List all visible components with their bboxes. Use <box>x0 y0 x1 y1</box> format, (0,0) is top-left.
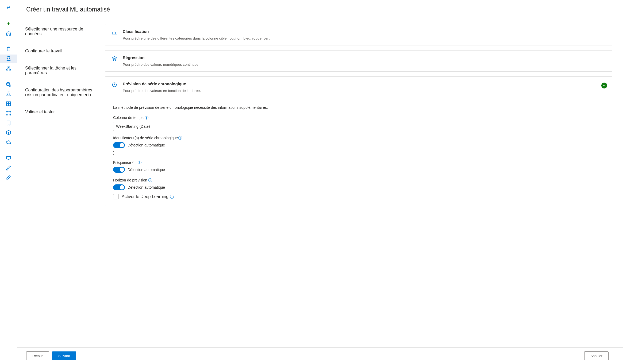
left-nav-rail: ↩ ＋ <box>0 0 17 364</box>
info-icon[interactable]: i <box>138 161 141 164</box>
home-icon[interactable] <box>0 29 17 37</box>
beaker-icon[interactable] <box>0 90 17 98</box>
regression-desc: Pour prédire des valeurs numériques cont… <box>123 63 606 67</box>
components-icon[interactable] <box>0 99 17 108</box>
toggle-label: Détection automatique <box>128 185 165 189</box>
horizon-autodetect-toggle[interactable] <box>113 184 125 190</box>
layers-icon <box>111 55 117 61</box>
selected-check-icon <box>601 83 607 88</box>
info-icon[interactable]: i <box>148 178 152 182</box>
task-card-regression[interactable]: Régression Pour prédire des valeurs numé… <box>105 50 612 72</box>
back-icon[interactable]: ↩ <box>0 3 17 12</box>
svg-rect-7 <box>9 102 10 104</box>
svg-rect-1 <box>8 66 9 67</box>
series-id-label: Identificateur(s) de série chronologique <box>113 136 178 140</box>
info-icon[interactable]: i <box>170 195 174 199</box>
cancel-button[interactable]: Annuler <box>584 351 609 360</box>
back-button[interactable]: Retour <box>26 351 49 360</box>
paintbrush-icon[interactable] <box>0 164 17 172</box>
chevron-down-icon: ⌄ <box>179 125 181 128</box>
svg-point-11 <box>10 111 10 112</box>
wizard-step-hyperparams: Configuration des hyperparamètres (Visio… <box>25 88 94 97</box>
svg-point-12 <box>6 114 7 115</box>
svg-rect-8 <box>6 104 8 106</box>
classification-title: Classification <box>123 29 606 34</box>
horizon-label: Horizon de prévision <box>113 178 147 182</box>
svg-rect-14 <box>7 121 10 125</box>
cube-icon[interactable] <box>0 128 17 137</box>
toggle-label: Détection automatique <box>128 143 165 147</box>
cloud-icon[interactable] <box>0 138 17 146</box>
svg-rect-0 <box>7 47 10 51</box>
next-button[interactable]: Suivant <box>52 351 76 360</box>
forecast-helper-text: La méthode de prévision de série chronol… <box>113 105 604 110</box>
sitemap-icon[interactable] <box>0 64 17 73</box>
svg-rect-6 <box>6 102 8 104</box>
wizard-step-select-data[interactable]: Sélectionner une ressource de données <box>25 27 94 36</box>
toggle-label: Détection automatique <box>128 168 165 172</box>
wizard-footer: Retour Suivant Annuler <box>17 347 623 364</box>
page-title: Créer un travail ML automatisé <box>26 6 614 13</box>
bar-chart-icon <box>111 29 117 35</box>
svg-rect-15 <box>6 156 10 159</box>
svg-point-13 <box>10 114 10 115</box>
task-card-next[interactable] <box>105 211 612 216</box>
forecast-desc: Pour prédire des valeurs en fonction de … <box>123 89 606 93</box>
series-id-autodetect-toggle[interactable] <box>113 142 125 148</box>
page-header: Créer un travail ML automatisé <box>17 0 623 19</box>
compute-icon[interactable] <box>0 119 17 127</box>
task-card-forecast[interactable]: Prévision de série chronologique Pour pr… <box>105 76 612 206</box>
time-column-value: WeekStarting (Date) <box>116 124 150 129</box>
task-card-classification[interactable]: Classification Pour prédire une des diff… <box>105 24 612 45</box>
flask-variant-icon[interactable] <box>0 55 17 63</box>
wizard-step-select-task[interactable]: Sélectionner la tâche et les paramètres <box>25 66 94 75</box>
wizard-step-validate: Valider et tester <box>25 110 94 114</box>
wizard-steps: Sélectionner une ressource de données Co… <box>17 19 100 364</box>
regression-title: Régression <box>123 55 606 60</box>
svg-rect-9 <box>9 104 10 106</box>
clock-icon <box>111 82 117 87</box>
deep-learning-checkbox[interactable] <box>113 194 118 199</box>
forecast-title: Prévision de série chronologique <box>123 82 606 86</box>
add-icon[interactable]: ＋ <box>0 19 17 28</box>
edit-icon[interactable] <box>0 173 17 182</box>
time-column-select[interactable]: WeekStarting (Date) ⌄ <box>113 122 184 131</box>
forecast-settings: La méthode de prévision de série chronol… <box>105 100 612 206</box>
deep-learning-label: Activer le Deep Learning <box>122 194 168 199</box>
classification-desc: Pour prédire une des différentes catégor… <box>123 36 606 40</box>
data-icon[interactable] <box>0 80 17 89</box>
monitor-icon[interactable] <box>0 154 17 162</box>
svg-point-10 <box>6 111 7 112</box>
info-icon[interactable]: i <box>145 116 148 119</box>
time-column-label: Colonne de temps <box>113 115 144 120</box>
frequency-autodetect-toggle[interactable] <box>113 167 125 173</box>
clipboard-icon[interactable] <box>0 45 17 53</box>
wizard-step-configure-job[interactable]: Configurer le travail <box>25 49 94 53</box>
svg-point-4 <box>6 83 10 84</box>
svg-rect-2 <box>6 69 8 70</box>
svg-rect-3 <box>9 69 10 70</box>
stray-paren: ) <box>113 151 604 155</box>
frequency-label: Fréquence * <box>113 160 133 165</box>
info-icon[interactable]: i <box>178 136 182 140</box>
pipeline-icon[interactable] <box>0 109 17 118</box>
